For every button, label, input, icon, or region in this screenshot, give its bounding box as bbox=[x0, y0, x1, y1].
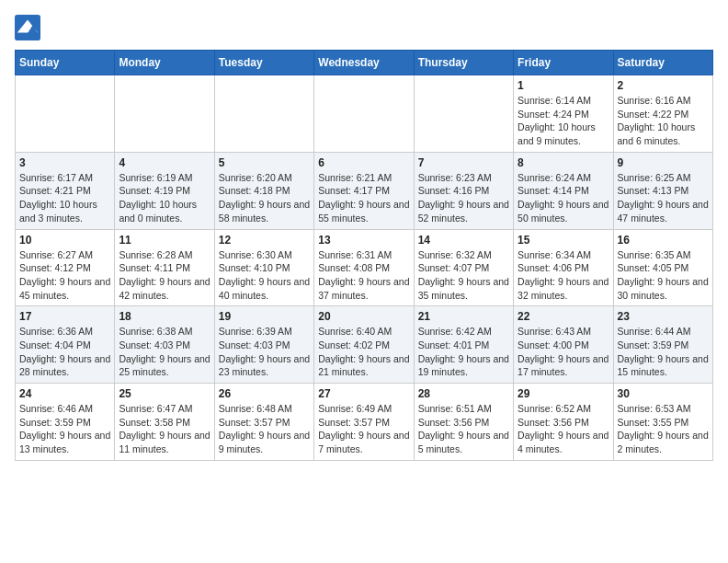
calendar-week-row: 17Sunrise: 6:36 AM Sunset: 4:04 PM Dayli… bbox=[16, 306, 713, 384]
day-number: 11 bbox=[119, 234, 210, 247]
day-number: 1 bbox=[518, 79, 609, 92]
day-info: Sunrise: 6:23 AM Sunset: 4:16 PM Dayligh… bbox=[418, 171, 509, 225]
day-number: 2 bbox=[618, 79, 709, 92]
calendar-cell: 8Sunrise: 6:24 AM Sunset: 4:14 PM Daylig… bbox=[514, 152, 613, 229]
day-number: 26 bbox=[219, 387, 310, 400]
calendar-table: SundayMondayTuesdayWednesdayThursdayFrid… bbox=[15, 50, 713, 461]
calendar-cell: 29Sunrise: 6:52 AM Sunset: 3:56 PM Dayli… bbox=[514, 384, 613, 461]
day-info: Sunrise: 6:31 AM Sunset: 4:08 PM Dayligh… bbox=[318, 248, 409, 303]
day-number: 16 bbox=[618, 234, 709, 247]
day-info: Sunrise: 6:17 AM Sunset: 4:21 PM Dayligh… bbox=[19, 171, 110, 225]
day-info: Sunrise: 6:20 AM Sunset: 4:18 PM Dayligh… bbox=[219, 171, 310, 225]
calendar-cell bbox=[115, 75, 214, 153]
calendar-cell: 5Sunrise: 6:20 AM Sunset: 4:18 PM Daylig… bbox=[214, 152, 313, 229]
day-number: 14 bbox=[418, 234, 509, 247]
day-of-week-header: Tuesday bbox=[214, 51, 313, 75]
day-info: Sunrise: 6:34 AM Sunset: 4:06 PM Dayligh… bbox=[518, 248, 609, 303]
day-info: Sunrise: 6:21 AM Sunset: 4:17 PM Dayligh… bbox=[318, 171, 409, 225]
day-number: 21 bbox=[418, 310, 509, 323]
day-info: Sunrise: 6:24 AM Sunset: 4:14 PM Dayligh… bbox=[518, 171, 609, 225]
calendar-cell bbox=[16, 75, 115, 153]
day-info: Sunrise: 6:14 AM Sunset: 4:24 PM Dayligh… bbox=[518, 94, 609, 148]
day-info: Sunrise: 6:42 AM Sunset: 4:01 PM Dayligh… bbox=[418, 325, 509, 379]
calendar-cell: 21Sunrise: 6:42 AM Sunset: 4:01 PM Dayli… bbox=[414, 306, 513, 384]
day-info: Sunrise: 6:32 AM Sunset: 4:07 PM Dayligh… bbox=[418, 248, 509, 303]
day-number: 19 bbox=[219, 310, 310, 323]
calendar-cell bbox=[314, 75, 414, 153]
calendar-cell: 24Sunrise: 6:46 AM Sunset: 3:59 PM Dayli… bbox=[16, 384, 115, 461]
day-info: Sunrise: 6:47 AM Sunset: 3:58 PM Dayligh… bbox=[119, 402, 210, 456]
calendar-cell: 16Sunrise: 6:35 AM Sunset: 4:05 PM Dayli… bbox=[613, 229, 712, 306]
day-info: Sunrise: 6:40 AM Sunset: 4:02 PM Dayligh… bbox=[318, 325, 409, 379]
calendar-cell: 25Sunrise: 6:47 AM Sunset: 3:58 PM Dayli… bbox=[115, 384, 214, 461]
calendar-cell: 23Sunrise: 6:44 AM Sunset: 3:59 PM Dayli… bbox=[613, 306, 712, 384]
calendar-cell: 13Sunrise: 6:31 AM Sunset: 4:08 PM Dayli… bbox=[314, 229, 414, 306]
calendar-cell: 4Sunrise: 6:19 AM Sunset: 4:19 PM Daylig… bbox=[115, 152, 214, 229]
day-of-week-header: Wednesday bbox=[314, 51, 414, 75]
day-number: 3 bbox=[19, 156, 110, 169]
calendar-cell: 28Sunrise: 6:51 AM Sunset: 3:56 PM Dayli… bbox=[414, 384, 513, 461]
day-of-week-header: Monday bbox=[115, 51, 214, 75]
day-number: 7 bbox=[418, 156, 509, 169]
day-number: 23 bbox=[618, 310, 709, 323]
calendar-cell: 27Sunrise: 6:49 AM Sunset: 3:57 PM Dayli… bbox=[314, 384, 414, 461]
calendar-cell: 12Sunrise: 6:30 AM Sunset: 4:10 PM Dayli… bbox=[214, 229, 313, 306]
day-number: 10 bbox=[19, 234, 110, 247]
day-number: 4 bbox=[119, 156, 210, 169]
day-info: Sunrise: 6:19 AM Sunset: 4:19 PM Dayligh… bbox=[119, 171, 210, 225]
calendar-cell bbox=[414, 75, 513, 153]
page-header bbox=[15, 15, 713, 40]
day-of-week-header: Saturday bbox=[613, 51, 712, 75]
calendar-week-row: 1Sunrise: 6:14 AM Sunset: 4:24 PM Daylig… bbox=[16, 75, 713, 153]
calendar-week-row: 3Sunrise: 6:17 AM Sunset: 4:21 PM Daylig… bbox=[16, 152, 713, 229]
day-info: Sunrise: 6:51 AM Sunset: 3:56 PM Dayligh… bbox=[418, 402, 509, 456]
calendar-cell: 17Sunrise: 6:36 AM Sunset: 4:04 PM Dayli… bbox=[16, 306, 115, 384]
day-number: 24 bbox=[19, 387, 110, 400]
day-number: 15 bbox=[518, 234, 609, 247]
calendar-cell: 1Sunrise: 6:14 AM Sunset: 4:24 PM Daylig… bbox=[514, 75, 613, 153]
calendar-cell: 15Sunrise: 6:34 AM Sunset: 4:06 PM Dayli… bbox=[514, 229, 613, 306]
day-info: Sunrise: 6:53 AM Sunset: 3:55 PM Dayligh… bbox=[618, 402, 709, 456]
day-number: 27 bbox=[318, 387, 409, 400]
calendar-cell: 18Sunrise: 6:38 AM Sunset: 4:03 PM Dayli… bbox=[115, 306, 214, 384]
calendar-cell: 9Sunrise: 6:25 AM Sunset: 4:13 PM Daylig… bbox=[613, 152, 712, 229]
day-number: 6 bbox=[318, 156, 409, 169]
logo-icon bbox=[15, 15, 40, 40]
calendar-cell: 26Sunrise: 6:48 AM Sunset: 3:57 PM Dayli… bbox=[214, 384, 313, 461]
day-number: 22 bbox=[518, 310, 609, 323]
day-info: Sunrise: 6:36 AM Sunset: 4:04 PM Dayligh… bbox=[19, 325, 110, 379]
day-info: Sunrise: 6:30 AM Sunset: 4:10 PM Dayligh… bbox=[219, 248, 310, 303]
day-info: Sunrise: 6:46 AM Sunset: 3:59 PM Dayligh… bbox=[19, 402, 110, 456]
calendar-cell: 3Sunrise: 6:17 AM Sunset: 4:21 PM Daylig… bbox=[16, 152, 115, 229]
day-info: Sunrise: 6:16 AM Sunset: 4:22 PM Dayligh… bbox=[618, 94, 709, 148]
day-info: Sunrise: 6:28 AM Sunset: 4:11 PM Dayligh… bbox=[119, 248, 210, 303]
calendar-week-row: 10Sunrise: 6:27 AM Sunset: 4:12 PM Dayli… bbox=[16, 229, 713, 306]
day-info: Sunrise: 6:43 AM Sunset: 4:00 PM Dayligh… bbox=[518, 325, 609, 379]
day-info: Sunrise: 6:44 AM Sunset: 3:59 PM Dayligh… bbox=[618, 325, 709, 379]
day-number: 13 bbox=[318, 234, 409, 247]
day-number: 17 bbox=[19, 310, 110, 323]
day-info: Sunrise: 6:38 AM Sunset: 4:03 PM Dayligh… bbox=[119, 325, 210, 379]
day-of-week-header: Sunday bbox=[16, 51, 115, 75]
calendar-cell: 7Sunrise: 6:23 AM Sunset: 4:16 PM Daylig… bbox=[414, 152, 513, 229]
calendar-cell: 20Sunrise: 6:40 AM Sunset: 4:02 PM Dayli… bbox=[314, 306, 414, 384]
day-info: Sunrise: 6:48 AM Sunset: 3:57 PM Dayligh… bbox=[219, 402, 310, 456]
day-info: Sunrise: 6:52 AM Sunset: 3:56 PM Dayligh… bbox=[518, 402, 609, 456]
day-number: 28 bbox=[418, 387, 509, 400]
day-number: 9 bbox=[618, 156, 709, 169]
calendar-cell bbox=[214, 75, 313, 153]
calendar-cell: 2Sunrise: 6:16 AM Sunset: 4:22 PM Daylig… bbox=[613, 75, 712, 153]
day-number: 25 bbox=[119, 387, 210, 400]
calendar-cell: 19Sunrise: 6:39 AM Sunset: 4:03 PM Dayli… bbox=[214, 306, 313, 384]
day-info: Sunrise: 6:27 AM Sunset: 4:12 PM Dayligh… bbox=[19, 248, 110, 303]
calendar-cell: 10Sunrise: 6:27 AM Sunset: 4:12 PM Dayli… bbox=[16, 229, 115, 306]
day-number: 5 bbox=[219, 156, 310, 169]
day-info: Sunrise: 6:39 AM Sunset: 4:03 PM Dayligh… bbox=[219, 325, 310, 379]
logo bbox=[15, 15, 44, 40]
day-info: Sunrise: 6:49 AM Sunset: 3:57 PM Dayligh… bbox=[318, 402, 409, 456]
day-of-week-header: Thursday bbox=[414, 51, 513, 75]
day-number: 20 bbox=[318, 310, 409, 323]
day-number: 12 bbox=[219, 234, 310, 247]
calendar-cell: 14Sunrise: 6:32 AM Sunset: 4:07 PM Dayli… bbox=[414, 229, 513, 306]
day-number: 8 bbox=[518, 156, 609, 169]
